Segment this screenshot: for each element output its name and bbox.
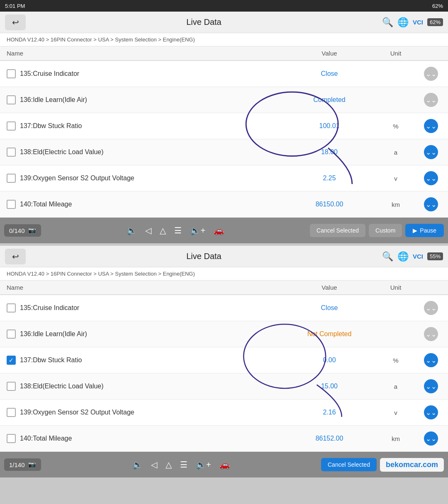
table-row: 136:Idle Learn(Idle Air) Not Completed ⌄… [0, 321, 448, 347]
row-checkbox[interactable]: ✓ [7, 356, 16, 365]
back-nav-icon-1[interactable]: ◁ [145, 225, 151, 235]
cancel-selected-button-2[interactable]: Cancel Selected [321, 458, 377, 471]
row-checkbox[interactable] [7, 121, 16, 131]
custom-button-1[interactable]: Custom [369, 224, 402, 237]
row-action: ⌄⌄ [421, 145, 441, 159]
chevron-button[interactable]: ⌄⌄ [424, 67, 438, 81]
chevron-button[interactable]: ⌄⌄ [424, 119, 438, 133]
vci-icon-1: VCI [413, 19, 423, 26]
row-unit: % [371, 357, 421, 364]
status-time: 5:01 PM [5, 3, 25, 9]
breadcrumb-1: HONDA V12.40 > 16PIN Connector > USA > S… [0, 33, 448, 46]
row-checkbox[interactable] [7, 95, 16, 104]
volume2-icon-2[interactable]: 🔈+ [196, 460, 211, 470]
volume2-icon-1[interactable]: 🔈+ [190, 225, 205, 235]
top-bar-1: ↩ Live Data 🔍 🌐 VCI 62% [0, 12, 448, 33]
row-label: 139:Oxygen Sensor S2 Output Voltage [20, 174, 134, 182]
row-action: ⌄⌄ [421, 119, 441, 133]
row-value: Close [288, 70, 371, 78]
chevron-button[interactable]: ⌄⌄ [424, 301, 438, 315]
row-action: ⌄⌄ [421, 405, 441, 419]
col-name-1: Name [7, 50, 288, 57]
chevron-button[interactable]: ⌄⌄ [424, 431, 438, 446]
back-button-2[interactable]: ↩ [5, 249, 26, 264]
table-row: 139:Oxygen Sensor S2 Output Voltage 2.25… [0, 165, 448, 191]
row-name: 136:Idle Learn(Idle Air) [7, 95, 288, 104]
table-body-2: 135:Cruise Indicator Close ⌄⌄ 136:Idle L… [0, 295, 448, 452]
globe-icon-2[interactable]: 🌐 [397, 251, 409, 262]
col-unit-2: Unit [371, 284, 421, 291]
col-value-2: Value [288, 284, 371, 291]
row-name: 135:Cruise Indicator [7, 303, 288, 313]
row-label: 139:Oxygen Sensor S2 Output Voltage [20, 409, 134, 416]
car-icon-2[interactable]: 🚗 [219, 460, 230, 470]
row-name: 139:Oxygen Sensor S2 Output Voltage [7, 408, 288, 417]
table-row: 140:Total Mileage 86150.00 km ⌄⌄ [0, 191, 448, 218]
row-checkbox[interactable] [7, 148, 16, 157]
toolbar-nav-2: 🔈 ◁ △ ☰ 🔈+ 🚗 [132, 460, 230, 470]
pause-label-1: Pause [420, 227, 436, 234]
search-icon-2[interactable]: 🔍 [382, 251, 393, 262]
screen-panel-2: ↩ Live Data 🔍 🌐 VCI 55% HONDA V12.40 > 1… [0, 246, 448, 477]
row-value: Close [288, 304, 371, 312]
row-name: 140:Total Mileage [7, 434, 288, 443]
bottom-toolbar-1: 0/140 📷 🔈 ◁ △ ☰ 🔈+ 🚗 Cancel Selected Cus… [0, 218, 448, 243]
panel-2: ↩ Live Data 🔍 🌐 VCI 55% HONDA V12.40 > 1… [0, 246, 448, 477]
volume-icon-1[interactable]: 🔈 [127, 225, 137, 235]
counter-1: 0/140 📷 [4, 224, 41, 237]
chevron-button[interactable]: ⌄⌄ [424, 145, 438, 159]
top-bar-right-2: 🔍 🌐 VCI 55% [382, 251, 443, 262]
row-action: ⌄⌄ [421, 93, 441, 107]
chevron-button[interactable]: ⌄⌄ [424, 379, 438, 393]
table-row: 140:Total Mileage 86152.00 km ⌄⌄ [0, 426, 448, 452]
cancel-selected-button-1[interactable]: Cancel Selected [310, 224, 365, 237]
row-unit: km [371, 201, 421, 208]
row-label: 137:Dbw Stuck Ratio [20, 356, 82, 364]
row-label: 136:Idle Learn(Idle Air) [20, 96, 87, 104]
pause-button-1[interactable]: ▶ Pause [405, 224, 444, 237]
row-checkbox[interactable] [7, 200, 16, 209]
row-checkbox[interactable] [7, 303, 16, 313]
row-checkbox[interactable] [7, 330, 16, 339]
home-icon-2[interactable]: △ [166, 460, 172, 470]
menu-icon-2[interactable]: ☰ [180, 460, 187, 470]
chevron-button[interactable]: ⌄⌄ [424, 327, 438, 341]
row-value: 100.01 [288, 122, 371, 130]
chevron-button[interactable]: ⌄⌄ [424, 353, 438, 367]
row-name: 139:Oxygen Sensor S2 Output Voltage [7, 174, 288, 183]
home-icon-1[interactable]: △ [160, 225, 166, 235]
chevron-button[interactable]: ⌄⌄ [424, 171, 438, 185]
chevron-button[interactable]: ⌄⌄ [424, 197, 438, 211]
row-value: 2.25 [288, 174, 371, 182]
row-action: ⌄⌄ [421, 327, 441, 341]
row-unit: a [371, 149, 421, 156]
row-action: ⌄⌄ [421, 67, 441, 81]
row-value: 2.16 [288, 409, 371, 416]
row-checkbox[interactable] [7, 434, 16, 443]
row-value: 18.00 [288, 148, 371, 156]
back-button-1[interactable]: ↩ [5, 15, 26, 30]
row-checkbox[interactable] [7, 69, 16, 78]
row-name: 137:Dbw Stuck Ratio [7, 121, 288, 131]
car-icon-1[interactable]: 🚗 [214, 225, 224, 235]
row-value: 0.00 [288, 356, 371, 364]
top-bar-2: ↩ Live Data 🔍 🌐 VCI 55% [0, 246, 448, 267]
menu-icon-1[interactable]: ☰ [174, 225, 182, 235]
volume-icon-2[interactable]: 🔈 [132, 460, 143, 470]
toolbar-actions-1: Cancel Selected Custom ▶ Pause [310, 224, 444, 237]
chevron-button[interactable]: ⌄⌄ [424, 405, 438, 419]
chevron-button[interactable]: ⌄⌄ [424, 93, 438, 107]
row-value: 86150.00 [288, 201, 371, 208]
back-nav-icon-2[interactable]: ◁ [151, 460, 157, 470]
breadcrumb-2: HONDA V12.40 > 16PIN Connector > USA > S… [0, 267, 448, 281]
row-label: 140:Total Mileage [20, 201, 72, 208]
globe-icon-1[interactable]: 🌐 [397, 17, 409, 28]
row-checkbox[interactable] [7, 174, 16, 183]
row-checkbox[interactable] [7, 408, 16, 417]
row-label: 137:Dbw Stuck Ratio [20, 122, 82, 130]
row-checkbox[interactable] [7, 382, 16, 391]
search-icon-1[interactable]: 🔍 [382, 17, 393, 28]
page-title-1: Live Data [26, 17, 382, 27]
row-value: 15.00 [288, 383, 371, 390]
status-battery: 62% [432, 3, 443, 9]
